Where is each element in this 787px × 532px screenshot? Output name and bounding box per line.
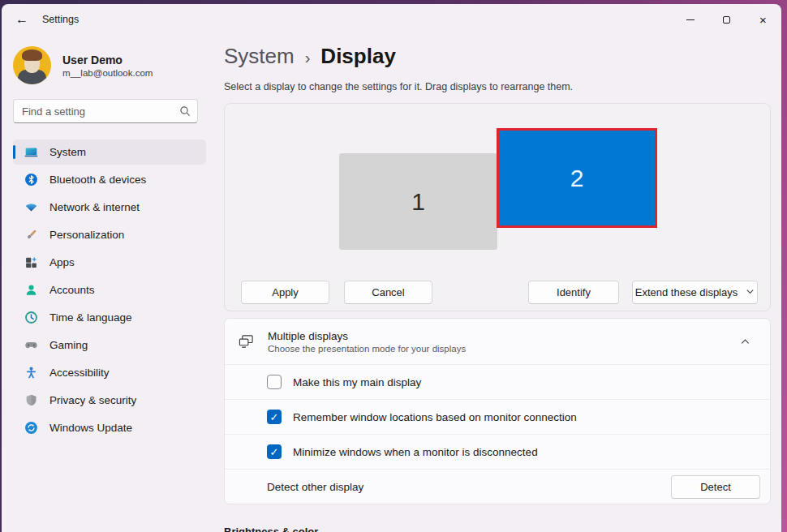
display-arrangement-panel: 1 2 Apply Cancel Identify Extend these d…: [224, 103, 771, 311]
apply-button[interactable]: Apply: [241, 281, 329, 304]
app-title: Settings: [42, 14, 79, 25]
sidebar-item-accounts[interactable]: Accounts: [13, 277, 206, 302]
breadcrumb-separator-icon: ›: [305, 49, 311, 67]
sidebar-item-label: Personalization: [49, 229, 124, 241]
search-input[interactable]: [13, 99, 198, 123]
window-controls: ×: [672, 4, 781, 35]
sidebar-item-label: Windows Update: [49, 422, 132, 434]
search-icon: [179, 105, 191, 120]
close-button[interactable]: ×: [745, 4, 781, 35]
accounts-icon: [24, 283, 38, 297]
identify-button[interactable]: Identify: [528, 281, 619, 304]
sidebar-item-privacy-security[interactable]: Privacy & security: [13, 388, 206, 413]
sidebar-item-label: Accounts: [49, 284, 95, 296]
monitor-2[interactable]: 2: [497, 128, 657, 228]
sidebar-item-network-internet[interactable]: Network & internet: [13, 195, 206, 220]
sidebar-nav: System Bluetooth & devices Network & int…: [13, 139, 206, 440]
option-row-remember-locations: ✓ Remember window locations based on mon…: [225, 399, 770, 434]
sidebar-item-apps[interactable]: Apps: [13, 250, 206, 275]
detect-row: Detect other display Detect: [225, 469, 770, 504]
remember-locations-checkbox[interactable]: ✓: [267, 410, 282, 424]
sidebar-item-gaming[interactable]: Gaming: [13, 332, 206, 358]
apps-icon: [24, 255, 38, 269]
bluetooth-icon: [24, 173, 38, 187]
sidebar-item-label: Privacy & security: [49, 394, 136, 406]
sidebar-item-label: Time & language: [49, 311, 132, 324]
personalization-icon: [24, 228, 38, 242]
sidebar-item-time-language[interactable]: Time & language: [13, 305, 206, 330]
check-icon: ✓: [270, 446, 279, 458]
sidebar-item-windows-update[interactable]: Windows Update: [13, 415, 206, 440]
time-language-icon: [24, 311, 38, 324]
main-display-checkbox[interactable]: [267, 375, 282, 389]
monitor-1-number: 1: [411, 188, 425, 216]
cancel-button[interactable]: Cancel: [344, 281, 432, 304]
extend-displays-label: Extend these displays: [635, 286, 738, 298]
gaming-icon: [24, 338, 38, 352]
collapse-chevron-up-icon[interactable]: [733, 337, 757, 347]
multiple-displays-header[interactable]: Multiple displays Choose the presentatio…: [225, 319, 770, 364]
avatar: [13, 46, 51, 84]
chevron-down-icon: [746, 286, 755, 298]
titlebar: ← Settings ×: [2, 4, 781, 35]
extend-displays-dropdown[interactable]: Extend these displays: [632, 281, 758, 304]
system-icon: [24, 145, 38, 159]
monitor-2-number: 2: [570, 165, 584, 192]
sidebar-item-label: Gaming: [49, 339, 88, 351]
sidebar-item-personalization[interactable]: Personalization: [13, 222, 206, 247]
multiple-displays-title: Multiple displays: [268, 330, 733, 342]
sidebar: User Demo m__lab@outlook.com System: [2, 35, 214, 532]
main-content: System › Display Select a display to cha…: [214, 35, 781, 532]
remember-locations-label: Remember window locations based on monit…: [293, 411, 577, 423]
monitor-1[interactable]: 1: [339, 153, 497, 250]
minimize-button[interactable]: [672, 4, 708, 35]
sidebar-item-accessibility[interactable]: Accessibility: [13, 360, 206, 385]
minimize-windows-checkbox[interactable]: ✓: [267, 444, 282, 459]
minimize-windows-label: Minimize windows when a monitor is disco…: [293, 446, 538, 458]
close-icon: ×: [759, 14, 767, 26]
back-button[interactable]: ←: [8, 8, 36, 31]
profile-name: User Demo: [62, 54, 153, 66]
detect-button[interactable]: Detect: [671, 475, 760, 499]
brightness-color-heading: Brightness & color: [224, 526, 771, 532]
option-row-minimize-windows: ✓ Minimize windows when a monitor is dis…: [225, 434, 770, 469]
breadcrumb: System › Display: [224, 44, 771, 69]
page-subtitle: Select a display to change the settings …: [224, 81, 771, 92]
multiple-displays-icon: [238, 334, 255, 350]
maximize-button[interactable]: [708, 4, 745, 35]
search-box: [13, 99, 198, 123]
windows-update-icon: [24, 421, 38, 435]
sidebar-item-bluetooth-devices[interactable]: Bluetooth & devices: [13, 167, 206, 192]
minimize-icon: [686, 19, 695, 20]
sidebar-item-label: Apps: [49, 256, 75, 268]
settings-window: ← Settings × User Demo m__lab@outlook.co…: [2, 4, 781, 532]
multiple-displays-card: Multiple displays Choose the presentatio…: [224, 318, 771, 504]
sidebar-item-label: Accessibility: [49, 367, 110, 379]
option-row-main-display: Make this my main display: [225, 364, 770, 399]
maximize-icon: [723, 16, 730, 24]
user-profile[interactable]: User Demo m__lab@outlook.com: [13, 46, 206, 84]
breadcrumb-system[interactable]: System: [224, 44, 295, 69]
sidebar-item-label: System: [49, 146, 86, 158]
privacy-security-icon: [24, 393, 38, 407]
sidebar-item-label: Bluetooth & devices: [49, 174, 146, 186]
main-display-label: Make this my main display: [293, 376, 421, 388]
back-arrow-icon: ←: [15, 12, 28, 27]
detect-other-display-label: Detect other display: [267, 481, 671, 493]
accessibility-icon: [24, 366, 38, 380]
check-icon: ✓: [270, 411, 279, 423]
sidebar-item-system[interactable]: System: [13, 139, 206, 165]
network-icon: [24, 200, 38, 214]
page-title: Display: [320, 44, 396, 69]
profile-email: m__lab@outlook.com: [62, 68, 153, 78]
multiple-displays-subtitle: Choose the presentation mode for your di…: [268, 344, 733, 354]
sidebar-item-label: Network & internet: [49, 201, 140, 213]
